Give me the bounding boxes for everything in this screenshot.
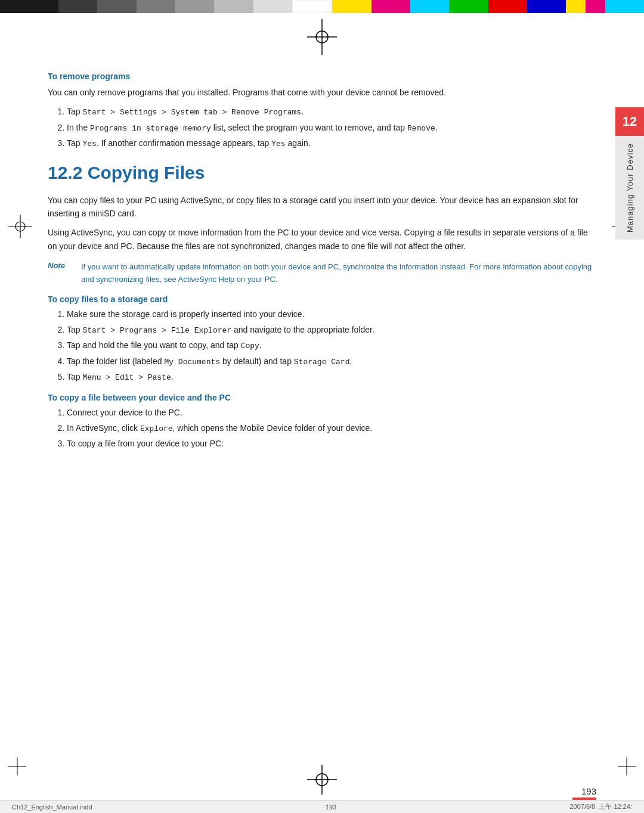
color-bar-segment — [605, 0, 644, 13]
color-bar-segment — [292, 0, 332, 13]
between-step-2: In ActiveSync, click Explore, which open… — [67, 421, 596, 435]
chapter-tab: 12 Managing Your Device — [615, 107, 644, 240]
remove-programs-heading: To remove programs — [48, 72, 596, 81]
chapter-number: 12 — [615, 107, 644, 136]
color-bar — [0, 0, 644, 13]
copying-files-heading: 12.2 Copying Files — [48, 163, 596, 183]
color-bar-segment — [0, 0, 58, 13]
storage-step-1: Make sure the storage card is properly i… — [67, 308, 596, 321]
remove-step-2: In the Programs in storage memory list, … — [67, 121, 596, 135]
remove-step-1: Tap Start > Settings > System tab > Remo… — [67, 105, 596, 119]
between-step-3: To copy a file from your device to your … — [67, 437, 596, 451]
storage-step-4: Tap the folder list (labeled My Document… — [67, 355, 596, 368]
main-content: To remove programs You can only remove p… — [48, 72, 596, 765]
to-between-device-pc-heading: To copy a file between your device and t… — [48, 393, 596, 402]
remove-programs-steps: Tap Start > Settings > System tab > Remo… — [67, 105, 596, 150]
footer-bar: Ch12_English_Manual.indd 193 2007/6/8 上午… — [0, 800, 644, 813]
note-text: If you want to automatically update info… — [81, 261, 596, 286]
note-block: Note If you want to automatically update… — [48, 261, 596, 286]
storage-step-3: Tap and hold the file you want to copy, … — [67, 339, 596, 352]
to-storage-card-heading: To copy files to a storage card — [48, 294, 596, 304]
color-bar-segment — [58, 0, 97, 13]
corner-mark-bottom-right — [618, 758, 636, 777]
page-number: 193 — [581, 786, 596, 796]
registration-cross-left — [8, 215, 32, 240]
registration-cross-bottom — [307, 765, 337, 796]
storage-step-5: Tap Menu > Edit > Paste. — [67, 370, 596, 384]
storage-step-2: Tap Start > Programs > File Explorer and… — [67, 323, 596, 337]
color-bar-segment — [449, 0, 488, 13]
footer-date-time: 2007/6/8 上午 12:24: — [569, 802, 632, 811]
color-bar-segment — [332, 0, 371, 13]
color-bar-segment — [214, 0, 253, 13]
copying-files-para2: Using ActiveSync, you can copy or move i… — [48, 226, 596, 253]
storage-card-steps: Make sure the storage card is properly i… — [67, 308, 596, 384]
color-bar-segment — [410, 0, 449, 13]
to-between-device-pc-section: To copy a file between your device and t… — [48, 393, 596, 451]
color-bar-segment — [97, 0, 136, 13]
color-bar-segment — [586, 0, 605, 13]
corner-mark-bottom-left — [8, 758, 26, 777]
chapter-title-vertical: Managing Your Device — [626, 136, 634, 240]
color-bar-segment — [566, 0, 586, 13]
registration-cross-top-center — [307, 19, 337, 55]
footer-filename: Ch12_English_Manual.indd — [12, 803, 92, 811]
color-bar-segment — [175, 0, 214, 13]
color-bar-segment — [371, 0, 410, 13]
note-label: Note — [48, 261, 72, 286]
color-bar-segment — [488, 0, 527, 13]
to-storage-card-section: To copy files to a storage card Make sur… — [48, 294, 596, 384]
footer-page: 193 — [326, 803, 336, 811]
color-bar-segment — [527, 0, 566, 13]
color-bar-segment — [253, 0, 292, 13]
copying-files-para1: You can copy files to your PC using Acti… — [48, 194, 596, 221]
copying-files-section: 12.2 Copying Files You can copy files to… — [48, 163, 596, 451]
registration-area-top — [0, 13, 644, 61]
between-step-1: Connect your device to the PC. — [67, 406, 596, 420]
remove-programs-intro: You can only remove programs that you in… — [48, 86, 596, 99]
remove-step-3: Tap Yes. If another confirmation message… — [67, 136, 596, 150]
remove-programs-section: To remove programs You can only remove p… — [48, 72, 596, 151]
color-bar-segment — [137, 0, 175, 13]
between-device-pc-steps: Connect your device to the PC. In Active… — [67, 406, 596, 451]
